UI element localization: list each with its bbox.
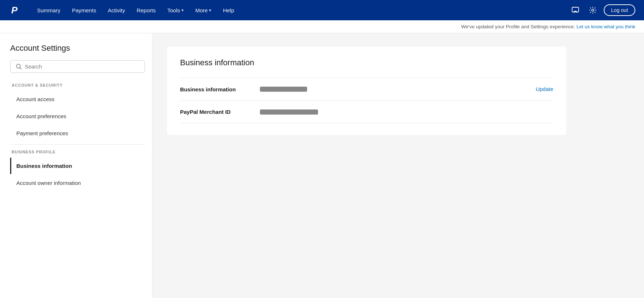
sidebar-item-account-access[interactable]: Account access [10, 91, 145, 107]
nav-link-summary[interactable]: Summary [32, 4, 65, 16]
merchant-id-row: PayPal Merchant ID [180, 101, 553, 123]
top-navigation: P Summary Payments Activity Reports Tool… [0, 0, 644, 20]
update-banner: We've updated your Profile and Settings … [0, 20, 644, 33]
banner-link[interactable]: Let us know what you think [576, 24, 635, 29]
gear-icon [589, 6, 597, 14]
nav-link-payments[interactable]: Payments [67, 4, 101, 16]
nav-links: Summary Payments Activity Reports Tools … [32, 4, 569, 16]
business-info-row: Business information Update [180, 78, 553, 101]
messages-icon [571, 6, 579, 14]
settings-button[interactable] [586, 4, 599, 17]
content-area: Business information Business informatio… [152, 33, 644, 298]
nav-link-help[interactable]: Help [218, 4, 239, 16]
content-card: Business information Business informatio… [167, 46, 566, 135]
search-box[interactable] [10, 60, 145, 73]
business-info-redacted [260, 87, 307, 92]
paypal-logo[interactable]: P [9, 4, 22, 17]
search-icon [16, 63, 22, 70]
svg-point-3 [592, 9, 594, 11]
sidebar: Account Settings Account & Security Acco… [0, 33, 152, 298]
sidebar-title: Account Settings [10, 44, 145, 53]
business-info-label: Business information [180, 86, 260, 92]
nav-right: Log out [569, 4, 635, 17]
merchant-id-label: PayPal Merchant ID [180, 109, 260, 115]
tools-chevron-icon: ▾ [182, 8, 184, 13]
svg-line-5 [20, 68, 21, 69]
sidebar-section-business-profile: Business Profile Business information Ac… [10, 150, 145, 191]
banner-text: We've updated your Profile and Settings … [461, 24, 575, 29]
nav-link-tools[interactable]: Tools ▾ [162, 4, 189, 16]
logout-button[interactable]: Log out [604, 4, 635, 16]
svg-text:P: P [11, 5, 18, 16]
messages-button[interactable] [569, 4, 582, 17]
section-label-account-security: Account & Security [10, 83, 145, 87]
nav-link-reports[interactable]: Reports [131, 4, 161, 16]
nav-link-activity[interactable]: Activity [103, 4, 130, 16]
search-input[interactable] [25, 63, 139, 70]
business-info-value [260, 87, 536, 92]
main-layout: Account Settings Account & Security Acco… [0, 33, 644, 298]
sidebar-section-account-security: Account & Security Account access Accoun… [10, 83, 145, 141]
content-title: Business information [180, 58, 553, 67]
merchant-id-redacted [260, 109, 318, 115]
nav-link-more[interactable]: More ▾ [190, 4, 216, 16]
sidebar-item-account-preferences[interactable]: Account preferences [10, 108, 145, 124]
sidebar-item-business-information[interactable]: Business information [10, 158, 145, 174]
sidebar-item-account-owner-information[interactable]: Account owner information [10, 175, 145, 191]
section-label-business-profile: Business Profile [10, 150, 145, 154]
sidebar-divider [10, 144, 145, 145]
more-chevron-icon: ▾ [209, 8, 211, 13]
sidebar-item-payment-preferences[interactable]: Payment preferences [10, 125, 145, 141]
merchant-id-value [260, 109, 553, 115]
business-info-update-link[interactable]: Update [536, 86, 553, 92]
business-info-action: Update [536, 86, 553, 92]
